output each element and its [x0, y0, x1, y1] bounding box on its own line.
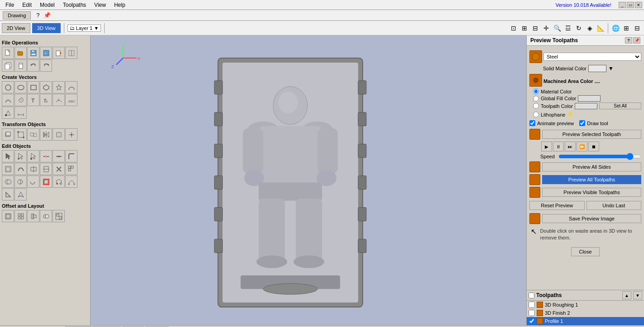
- layout-icon-2[interactable]: ⊟: [632, 23, 642, 33]
- toolpath-item-1[interactable]: 3D Roughing 1: [527, 301, 644, 309]
- corner-tool[interactable]: [2, 188, 14, 200]
- node-edit-tool[interactable]: [2, 107, 14, 119]
- break-tool[interactable]: [40, 150, 52, 162]
- preview-all-sides-button[interactable]: Preview All Sides: [542, 162, 641, 171]
- select-tool[interactable]: [2, 150, 14, 162]
- arc-tool[interactable]: [2, 94, 14, 106]
- import-button[interactable]: [53, 47, 65, 59]
- save-button[interactable]: [27, 47, 39, 59]
- menu-toolpaths[interactable]: Toolpaths: [59, 1, 90, 9]
- toolpath-1-checkbox[interactable]: [529, 302, 535, 308]
- canvas-area[interactable]: X Y Z: [91, 35, 526, 325]
- offset-tool[interactable]: [2, 163, 14, 175]
- skip-end-button[interactable]: ⏭: [565, 142, 576, 151]
- text-on-path-tool[interactable]: ABC: [65, 94, 77, 106]
- grid-icon[interactable]: ⊟: [530, 23, 540, 33]
- undo-last-button[interactable]: Undo Last: [586, 201, 642, 210]
- spiral-tool[interactable]: [14, 94, 27, 106]
- smart-node-tool[interactable]: [27, 150, 39, 162]
- text-arc-tool[interactable]: T: [53, 94, 65, 106]
- view-2d-button[interactable]: 2D View: [2, 23, 30, 33]
- move-tool[interactable]: [2, 128, 14, 141]
- resize-tool[interactable]: [14, 128, 27, 141]
- dimension-tool[interactable]: [14, 107, 27, 119]
- pan-icon[interactable]: ☲: [563, 23, 573, 33]
- view-3d-button[interactable]: 3D View: [32, 23, 61, 33]
- pause-button[interactable]: ⏸: [553, 142, 564, 151]
- preview-all-button[interactable]: Preview All Toolpaths: [542, 175, 641, 184]
- global-fill-radio[interactable]: [533, 96, 539, 102]
- trim-tool[interactable]: [53, 163, 65, 175]
- snap-icon[interactable]: ◈: [585, 23, 595, 33]
- pin-icon[interactable]: 📌: [43, 12, 51, 19]
- speed-slider[interactable]: [558, 153, 641, 160]
- rectangle-tool[interactable]: [27, 81, 39, 93]
- ellipse-tool[interactable]: [14, 81, 27, 93]
- material-color-option[interactable]: Material Color: [533, 88, 641, 94]
- solid-material-dropdown-arrow[interactable]: ▼: [608, 65, 614, 72]
- lithophane-option[interactable]: Lithophane ☀: [533, 110, 641, 119]
- save-preview-image-button[interactable]: Save Preview Image: [542, 214, 641, 223]
- transform-free-tool[interactable]: [53, 128, 65, 141]
- text-bold-tool[interactable]: Tb: [40, 94, 52, 106]
- paste-button[interactable]: [14, 59, 27, 72]
- align-tool[interactable]: [27, 210, 39, 222]
- toolpath-3-checkbox[interactable]: [529, 318, 535, 324]
- menu-view[interactable]: View: [91, 1, 110, 9]
- toolpath-color-radio[interactable]: [533, 103, 539, 109]
- smooth-tool[interactable]: [14, 163, 27, 175]
- nesting-tool[interactable]: [53, 210, 65, 222]
- copy-button[interactable]: [2, 59, 14, 72]
- text-tool[interactable]: T: [27, 94, 39, 106]
- layout-icon-1[interactable]: ⊞: [621, 23, 631, 33]
- help-icon[interactable]: ?: [36, 12, 39, 19]
- toolpath-color-option[interactable]: Toolpath Color Set All: [533, 102, 641, 109]
- close-path-tool[interactable]: [53, 176, 65, 188]
- subtract-tool[interactable]: [27, 176, 39, 188]
- node-tool[interactable]: [14, 150, 27, 162]
- menu-file[interactable]: File: [2, 1, 18, 9]
- lithophane-radio[interactable]: [533, 112, 539, 117]
- panel-pin-button[interactable]: 📌: [633, 37, 640, 44]
- weld-tool[interactable]: [2, 176, 14, 188]
- menu-model[interactable]: Model: [36, 1, 58, 9]
- set-all-button[interactable]: Set All: [599, 102, 641, 109]
- mirror-v-tool[interactable]: [40, 163, 52, 175]
- layer-selector[interactable]: 🗂 Layer 1 ▼: [67, 24, 101, 32]
- material-color-radio[interactable]: [533, 88, 539, 94]
- open-file-button[interactable]: [14, 47, 27, 59]
- mirror-h-tool[interactable]: [27, 163, 39, 175]
- global-fill-swatch[interactable]: [578, 95, 601, 102]
- transform-button[interactable]: [65, 47, 77, 59]
- global-fill-option[interactable]: Global Fill Color: [533, 95, 641, 102]
- toolpath-2-checkbox[interactable]: [529, 310, 535, 316]
- toolpath-color-swatch[interactable]: [575, 103, 597, 109]
- preview-selected-button[interactable]: Preview Selected Toolpath: [542, 130, 641, 139]
- new-file-button[interactable]: [2, 47, 14, 59]
- bezier-tool[interactable]: [65, 81, 77, 93]
- offset-layout-tool[interactable]: [2, 210, 14, 222]
- close-button[interactable]: ✕: [635, 2, 642, 8]
- toolpaths-up-button[interactable]: ▲: [622, 291, 631, 299]
- toolpaths-scroll-button[interactable]: ▼: [633, 291, 642, 299]
- home-icon[interactable]: ⊡: [509, 23, 519, 33]
- circle-tool[interactable]: [2, 81, 14, 93]
- spline-tool[interactable]: [65, 176, 77, 188]
- restore-button[interactable]: ▭: [627, 2, 634, 8]
- rotate-icon[interactable]: ↻: [574, 23, 584, 33]
- save-as-button[interactable]: +: [40, 47, 52, 59]
- play-button[interactable]: ▶: [541, 142, 552, 151]
- stop-button[interactable]: ⏹: [588, 142, 599, 151]
- measure-icon[interactable]: 📐: [596, 23, 606, 33]
- array-tool[interactable]: [65, 163, 77, 175]
- material-dropdown[interactable]: Steel: [543, 53, 641, 61]
- join-tool[interactable]: [53, 150, 65, 162]
- animate-preview-checkbox[interactable]: [529, 120, 535, 126]
- toolpath-item-2[interactable]: 3D Finish 2: [527, 309, 644, 317]
- star-tool[interactable]: [53, 81, 65, 93]
- polygon-tool[interactable]: [40, 81, 52, 93]
- solid-material-swatch[interactable]: [588, 65, 606, 72]
- group-tool[interactable]: [27, 128, 39, 141]
- undo-button[interactable]: [27, 59, 39, 72]
- fillet-tool[interactable]: [65, 150, 77, 162]
